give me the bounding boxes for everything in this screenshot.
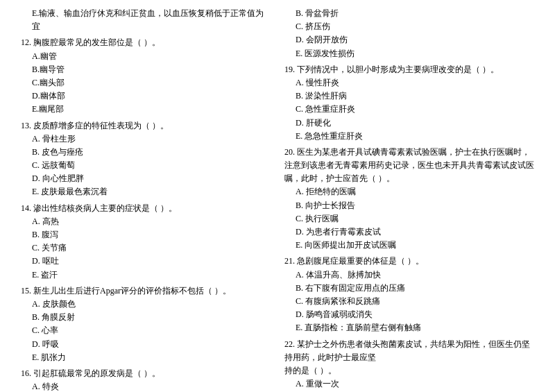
option-e: E.幽尾部 — [21, 103, 271, 116]
option-b: B. 向护士长报告 — [284, 199, 534, 212]
option-b: B. 淤染性肝病 — [284, 90, 534, 103]
option-c: C. 心率 — [21, 324, 271, 337]
question-text: 19. 下列情况中，以胆小时形成为主要病理改变的是（ ）。 — [284, 63, 534, 76]
question-text-cont: 持的是（ ）。 — [284, 364, 534, 377]
option-a: A. 骨柱生形 — [21, 133, 271, 146]
option-e: E. 向医师提出加开皮试医嘱 — [284, 239, 534, 252]
question-11-e: E.输液、输血治疗休克和纠正贫血，以血压恢复稍低于正常值为宜 — [21, 7, 271, 33]
option-b: B. 角膜反射 — [21, 311, 271, 324]
question-text: 20. 医生为某患者开具试碘青霉素素试验医嘱，护士在执行医嘱时，注意到该患者无青… — [284, 146, 534, 186]
question-19: 19. 下列情况中，以胆小时形成为主要病理改变的是（ ）。 A. 慢性肝炎 B.… — [284, 63, 534, 143]
question-15: 15. 新生儿出生后进行Apgar评分的评价指标不包括（ ）。 A. 皮肤颜色 … — [21, 284, 271, 364]
question-text: 16. 引起肛硫最常见的原发病是（ ）。 — [21, 367, 271, 380]
option-a: A. 特炎 — [21, 380, 271, 392]
option-a: A. 慢性肝炎 — [284, 76, 534, 90]
option-c: C. 关节痛 — [21, 241, 271, 255]
option-c: C. 挤压伤 — [284, 20, 534, 33]
question-16: 16. 引起肛硫最常见的原发病是（ ）。 A. 特炎 B. 直肠息肉 C. 肛裂… — [21, 367, 271, 392]
question-20: 20. 医生为某患者开具试碘青霉素素试验医嘱，护士在执行医嘱时，注意到该患者无青… — [284, 146, 534, 253]
right-column: B. 骨盆骨折 C. 挤压伤 D. 会阴开放伤 E. 医源发性损伤 19. 下列… — [284, 7, 534, 392]
option-a: A. 皮肤颜色 — [21, 298, 271, 311]
question-14: 14. 渗出性结核炎病人主要的症状是（ ）。 A. 高热 B. 腹泻 C. 关节… — [21, 202, 271, 282]
question-text: 21. 急剧腹尾症最重要的体征是（ ）。 — [284, 255, 534, 268]
question-text: 14. 渗出性结核炎病人主要的症状是（ ）。 — [21, 202, 271, 215]
option-a: A.幽管 — [21, 50, 271, 63]
option-b: B. 腹泻 — [21, 228, 271, 241]
option-a: A. 高热 — [21, 215, 271, 228]
option-d: D.幽体部 — [21, 90, 271, 103]
option-a: A. 重做一次 — [284, 377, 534, 391]
option-e: E. 肌张力 — [21, 351, 271, 364]
option-d: D. 向心性肥胖 — [21, 172, 271, 185]
question-22: 22. 某护士之外伤患者做头孢菌素皮试，共结果为阳性，但医生仍坚持用药，此时护士… — [284, 338, 534, 393]
question-text: 15. 新生儿出生后进行Apgar评分的评价指标不包括（ ）。 — [21, 284, 271, 298]
question-text: 12. 胸腹腔最常见的发生部位是（ ）。 — [21, 36, 271, 49]
option-d: D. 会阴开放伤 — [284, 33, 534, 46]
option-text: E.输液、输血治疗休克和纠正贫血，以血压恢复稍低于正常值为宜 — [21, 7, 271, 33]
option-d: D. 为患者行青霉素皮试 — [284, 225, 534, 239]
option-c: C. 执行医嘱 — [284, 212, 534, 225]
question-13: 13. 皮质醇增多症的特征性表现为（ ）。 A. 骨柱生形 B. 皮色与痤疮 C… — [21, 119, 271, 199]
option-b: B. 骨盆骨折 — [284, 7, 534, 20]
question-18-cont: B. 骨盆骨折 C. 挤压伤 D. 会阴开放伤 E. 医源发性损伤 — [284, 7, 534, 60]
question-12: 12. 胸腹腔最常见的发生部位是（ ）。 A.幽管 B.幽导管 C.幽头部 D.… — [21, 36, 271, 116]
question-21: 21. 急剧腹尾症最重要的体征是（ ）。 A. 体温升高、脉搏加快 B. 右下腹… — [284, 255, 534, 334]
option-d: D. 呼吸 — [21, 338, 271, 351]
option-c: C. 远肢葡萄 — [21, 159, 271, 172]
question-text: 22. 某护士之外伤患者做头孢菌素皮试，共结果为阳性，但医生仍坚持用药，此时护士… — [284, 338, 534, 364]
option-e: E. 医源发性损伤 — [284, 47, 534, 60]
question-text: 13. 皮质醇增多症的特征性表现为（ ）。 — [21, 119, 271, 133]
option-b: B. 右下腹有固定应用点的压痛 — [284, 282, 534, 295]
left-column: E.输液、输血治疗休克和纠正贫血，以血压恢复稍低于正常值为宜 12. 胸腹腔最常… — [21, 7, 271, 392]
option-a: A. 体温升高、脉搏加快 — [284, 269, 534, 282]
option-d: D. 呕吐 — [21, 255, 271, 268]
option-e: E. 急急性重症肝炎 — [284, 130, 534, 143]
option-e: E. 直肠指检：直肠前壁右侧有触痛 — [284, 321, 534, 334]
option-b: B. 皮色与痤疮 — [21, 146, 271, 159]
option-c: C. 有腹病紧张和反跳痛 — [284, 295, 534, 308]
option-e: E. 皮肤最最色素沉着 — [21, 185, 271, 198]
option-a: A. 拒绝特的医嘱 — [284, 185, 534, 198]
option-b: B.幽导管 — [21, 63, 271, 76]
option-c: C.幽头部 — [21, 76, 271, 90]
option-e: E. 盗汗 — [21, 269, 271, 282]
option-d: D. 肠鸣音减弱或消失 — [284, 308, 534, 321]
option-d: D. 肝硬化 — [284, 117, 534, 130]
option-c: C. 急性重症肝炎 — [284, 103, 534, 116]
